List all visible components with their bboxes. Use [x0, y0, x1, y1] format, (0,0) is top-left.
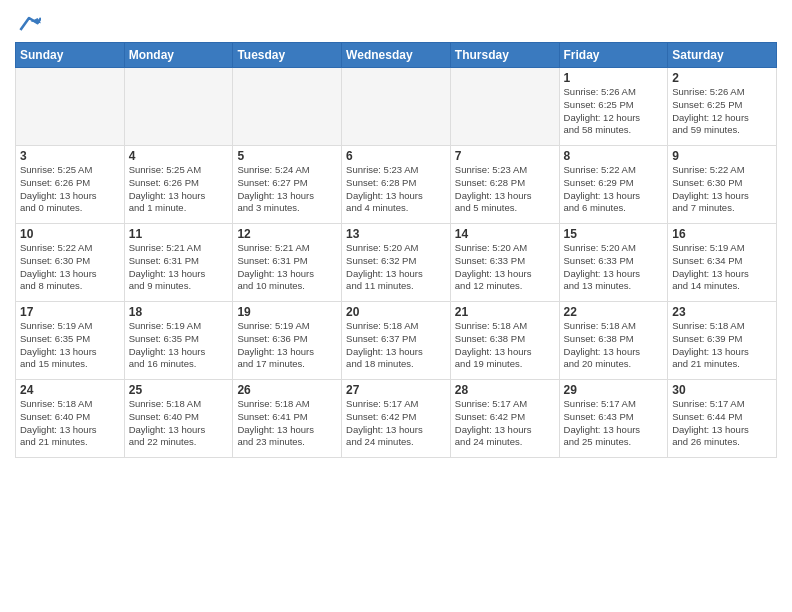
calendar-cell: 11Sunrise: 5:21 AM Sunset: 6:31 PM Dayli… — [124, 224, 233, 302]
day-number: 8 — [564, 149, 664, 163]
day-info: Sunrise: 5:22 AM Sunset: 6:29 PM Dayligh… — [564, 164, 664, 215]
calendar-week-3: 10Sunrise: 5:22 AM Sunset: 6:30 PM Dayli… — [16, 224, 777, 302]
day-number: 14 — [455, 227, 555, 241]
header — [15, 10, 777, 34]
day-number: 16 — [672, 227, 772, 241]
day-info: Sunrise: 5:22 AM Sunset: 6:30 PM Dayligh… — [672, 164, 772, 215]
calendar-dow-thursday: Thursday — [450, 43, 559, 68]
calendar-cell: 28Sunrise: 5:17 AM Sunset: 6:42 PM Dayli… — [450, 380, 559, 458]
calendar-cell: 10Sunrise: 5:22 AM Sunset: 6:30 PM Dayli… — [16, 224, 125, 302]
day-info: Sunrise: 5:20 AM Sunset: 6:32 PM Dayligh… — [346, 242, 446, 293]
calendar-cell: 24Sunrise: 5:18 AM Sunset: 6:40 PM Dayli… — [16, 380, 125, 458]
calendar-cell: 13Sunrise: 5:20 AM Sunset: 6:32 PM Dayli… — [342, 224, 451, 302]
day-number: 5 — [237, 149, 337, 163]
calendar-cell: 1Sunrise: 5:26 AM Sunset: 6:25 PM Daylig… — [559, 68, 668, 146]
day-number: 24 — [20, 383, 120, 397]
calendar-cell: 6Sunrise: 5:23 AM Sunset: 6:28 PM Daylig… — [342, 146, 451, 224]
day-info: Sunrise: 5:23 AM Sunset: 6:28 PM Dayligh… — [346, 164, 446, 215]
day-number: 11 — [129, 227, 229, 241]
calendar-dow-monday: Monday — [124, 43, 233, 68]
calendar-cell — [233, 68, 342, 146]
calendar-cell — [124, 68, 233, 146]
day-number: 19 — [237, 305, 337, 319]
day-number: 27 — [346, 383, 446, 397]
logo — [15, 14, 41, 34]
calendar-cell: 17Sunrise: 5:19 AM Sunset: 6:35 PM Dayli… — [16, 302, 125, 380]
day-number: 25 — [129, 383, 229, 397]
day-info: Sunrise: 5:19 AM Sunset: 6:35 PM Dayligh… — [20, 320, 120, 371]
day-info: Sunrise: 5:22 AM Sunset: 6:30 PM Dayligh… — [20, 242, 120, 293]
day-info: Sunrise: 5:19 AM Sunset: 6:36 PM Dayligh… — [237, 320, 337, 371]
day-number: 23 — [672, 305, 772, 319]
day-number: 15 — [564, 227, 664, 241]
calendar-dow-saturday: Saturday — [668, 43, 777, 68]
day-info: Sunrise: 5:17 AM Sunset: 6:42 PM Dayligh… — [455, 398, 555, 449]
logo-icon — [17, 14, 41, 34]
calendar-table: SundayMondayTuesdayWednesdayThursdayFrid… — [15, 42, 777, 458]
calendar-cell: 21Sunrise: 5:18 AM Sunset: 6:38 PM Dayli… — [450, 302, 559, 380]
calendar-dow-sunday: Sunday — [16, 43, 125, 68]
calendar-cell: 5Sunrise: 5:24 AM Sunset: 6:27 PM Daylig… — [233, 146, 342, 224]
day-number: 9 — [672, 149, 772, 163]
day-number: 26 — [237, 383, 337, 397]
calendar-cell: 8Sunrise: 5:22 AM Sunset: 6:29 PM Daylig… — [559, 146, 668, 224]
calendar-cell: 29Sunrise: 5:17 AM Sunset: 6:43 PM Dayli… — [559, 380, 668, 458]
day-info: Sunrise: 5:20 AM Sunset: 6:33 PM Dayligh… — [455, 242, 555, 293]
calendar-cell: 3Sunrise: 5:25 AM Sunset: 6:26 PM Daylig… — [16, 146, 125, 224]
day-info: Sunrise: 5:20 AM Sunset: 6:33 PM Dayligh… — [564, 242, 664, 293]
day-info: Sunrise: 5:18 AM Sunset: 6:41 PM Dayligh… — [237, 398, 337, 449]
calendar-cell: 4Sunrise: 5:25 AM Sunset: 6:26 PM Daylig… — [124, 146, 233, 224]
day-number: 22 — [564, 305, 664, 319]
calendar-cell: 23Sunrise: 5:18 AM Sunset: 6:39 PM Dayli… — [668, 302, 777, 380]
day-number: 10 — [20, 227, 120, 241]
day-number: 1 — [564, 71, 664, 85]
calendar-cell: 20Sunrise: 5:18 AM Sunset: 6:37 PM Dayli… — [342, 302, 451, 380]
calendar-cell: 25Sunrise: 5:18 AM Sunset: 6:40 PM Dayli… — [124, 380, 233, 458]
day-info: Sunrise: 5:17 AM Sunset: 6:42 PM Dayligh… — [346, 398, 446, 449]
day-info: Sunrise: 5:18 AM Sunset: 6:38 PM Dayligh… — [455, 320, 555, 371]
calendar-cell — [16, 68, 125, 146]
day-number: 29 — [564, 383, 664, 397]
calendar-cell: 19Sunrise: 5:19 AM Sunset: 6:36 PM Dayli… — [233, 302, 342, 380]
calendar-cell: 12Sunrise: 5:21 AM Sunset: 6:31 PM Dayli… — [233, 224, 342, 302]
day-number: 18 — [129, 305, 229, 319]
day-number: 20 — [346, 305, 446, 319]
calendar-week-4: 17Sunrise: 5:19 AM Sunset: 6:35 PM Dayli… — [16, 302, 777, 380]
calendar-cell — [342, 68, 451, 146]
day-info: Sunrise: 5:25 AM Sunset: 6:26 PM Dayligh… — [129, 164, 229, 215]
day-info: Sunrise: 5:21 AM Sunset: 6:31 PM Dayligh… — [237, 242, 337, 293]
calendar-cell: 26Sunrise: 5:18 AM Sunset: 6:41 PM Dayli… — [233, 380, 342, 458]
day-info: Sunrise: 5:23 AM Sunset: 6:28 PM Dayligh… — [455, 164, 555, 215]
day-info: Sunrise: 5:21 AM Sunset: 6:31 PM Dayligh… — [129, 242, 229, 293]
day-info: Sunrise: 5:18 AM Sunset: 6:38 PM Dayligh… — [564, 320, 664, 371]
day-info: Sunrise: 5:17 AM Sunset: 6:44 PM Dayligh… — [672, 398, 772, 449]
day-number: 13 — [346, 227, 446, 241]
day-number: 17 — [20, 305, 120, 319]
calendar-cell: 2Sunrise: 5:26 AM Sunset: 6:25 PM Daylig… — [668, 68, 777, 146]
calendar-cell: 27Sunrise: 5:17 AM Sunset: 6:42 PM Dayli… — [342, 380, 451, 458]
day-info: Sunrise: 5:19 AM Sunset: 6:34 PM Dayligh… — [672, 242, 772, 293]
day-number: 21 — [455, 305, 555, 319]
day-number: 30 — [672, 383, 772, 397]
day-number: 4 — [129, 149, 229, 163]
day-info: Sunrise: 5:26 AM Sunset: 6:25 PM Dayligh… — [564, 86, 664, 137]
calendar-cell: 15Sunrise: 5:20 AM Sunset: 6:33 PM Dayli… — [559, 224, 668, 302]
day-number: 7 — [455, 149, 555, 163]
calendar-dow-wednesday: Wednesday — [342, 43, 451, 68]
calendar-dow-tuesday: Tuesday — [233, 43, 342, 68]
calendar-week-1: 1Sunrise: 5:26 AM Sunset: 6:25 PM Daylig… — [16, 68, 777, 146]
day-info: Sunrise: 5:18 AM Sunset: 6:39 PM Dayligh… — [672, 320, 772, 371]
calendar-cell: 18Sunrise: 5:19 AM Sunset: 6:35 PM Dayli… — [124, 302, 233, 380]
calendar-cell: 22Sunrise: 5:18 AM Sunset: 6:38 PM Dayli… — [559, 302, 668, 380]
calendar-cell: 7Sunrise: 5:23 AM Sunset: 6:28 PM Daylig… — [450, 146, 559, 224]
day-number: 6 — [346, 149, 446, 163]
day-info: Sunrise: 5:18 AM Sunset: 6:40 PM Dayligh… — [20, 398, 120, 449]
calendar-week-2: 3Sunrise: 5:25 AM Sunset: 6:26 PM Daylig… — [16, 146, 777, 224]
calendar-cell: 14Sunrise: 5:20 AM Sunset: 6:33 PM Dayli… — [450, 224, 559, 302]
day-info: Sunrise: 5:26 AM Sunset: 6:25 PM Dayligh… — [672, 86, 772, 137]
calendar-header-row: SundayMondayTuesdayWednesdayThursdayFrid… — [16, 43, 777, 68]
day-number: 3 — [20, 149, 120, 163]
day-number: 2 — [672, 71, 772, 85]
day-info: Sunrise: 5:19 AM Sunset: 6:35 PM Dayligh… — [129, 320, 229, 371]
day-info: Sunrise: 5:17 AM Sunset: 6:43 PM Dayligh… — [564, 398, 664, 449]
